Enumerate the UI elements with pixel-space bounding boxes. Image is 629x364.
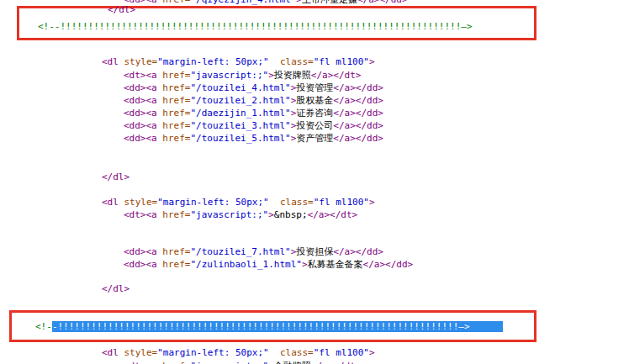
code-token-tag: <dd><a <box>124 95 162 106</box>
code-line: <dd><a href="/touzilei_5.html">资产管理</a><… <box>124 133 383 144</box>
code-line: </dl> <box>102 171 130 182</box>
code-token-tag: </a></dt> <box>311 361 362 364</box>
code-token-tag: <dt><a <box>124 209 162 220</box>
code-token-txt: &nbsp; <box>274 209 308 220</box>
code-token-tag: <dt><a <box>124 70 162 81</box>
code-line: <dd><a href="/touzilei_3.html">投资公司</a><… <box>124 120 383 131</box>
selected-text: -!!!!!!!!!!!!!!!!!!!!!!!!!!!!!!!!!!!!!!!… <box>52 321 503 332</box>
code-token-tag: > <box>268 361 274 364</box>
code-line: <dl style="margin-left: 50px;" class="fl… <box>102 56 375 67</box>
code-token-tag: <dl <box>102 347 124 358</box>
code-token-tag: </a></dd> <box>333 108 383 119</box>
code-token-val: "margin-left: 50px;" <box>157 197 268 208</box>
code-token-tag: </dl> <box>102 171 130 182</box>
code-token-attr: href= <box>162 0 190 5</box>
code-token-tag: </a></dt> <box>308 209 358 220</box>
code-line: <dt><a href="javascript:;">投资牌照</a></dt> <box>124 70 361 81</box>
code-token-attr: href= <box>162 246 190 257</box>
code-line: <dt><a href="javascript:;">&nbsp;</a></d… <box>124 209 357 220</box>
code-token-tag: > <box>268 209 274 220</box>
code-token-tag: <dt><a <box>124 361 162 364</box>
code-token-txt: 投资公司 <box>296 120 333 131</box>
code-token-val: "/daezijin_1.html" <box>190 108 290 119</box>
code-token-tag: > <box>268 70 274 81</box>
code-token-attr: href= <box>162 209 190 220</box>
code-token-tag: > <box>369 56 375 67</box>
code-token-val: "/qiyezijin_4.html" <box>190 0 296 5</box>
code-token-attr: class= <box>280 56 314 67</box>
code-token-txt: 投资担保 <box>296 246 333 257</box>
code-token-attr: href= <box>162 361 190 364</box>
code-token-tag: <dd><a <box>124 120 162 131</box>
code-line: <dd><a href="/daezijin_1.html">证券咨询</a><… <box>124 108 383 119</box>
code-token-tag: <dl <box>102 56 124 67</box>
code-line: <!--!!!!!!!!!!!!!!!!!!!!!!!!!!!!!!!!!!!!… <box>38 21 473 32</box>
code-token-txt: 上市冲量定赚 <box>302 0 357 5</box>
code-token-val: "fl ml100" <box>314 56 369 67</box>
code-token-val: "/touzilei_2.html" <box>190 95 290 106</box>
code-token-attr: href= <box>162 95 190 106</box>
code-token-tag: </a></dd> <box>357 0 408 5</box>
code-token-tag: > <box>302 259 308 270</box>
code-token-txt: 金融牌照 <box>274 361 311 364</box>
code-token-tag: </a></dd> <box>333 82 383 93</box>
code-token-val: "javascript:;" <box>190 209 268 220</box>
code-token-attr: style= <box>124 197 158 208</box>
code-token-attr: class= <box>280 197 314 208</box>
code-token-attr: class= <box>280 347 314 358</box>
code-token-tag: <dd><a <box>124 133 162 144</box>
code-token-tag: <dd><a <box>124 82 162 93</box>
code-token-tag: </a></dt> <box>311 70 362 81</box>
code-token-val: "fl ml100" <box>314 347 369 358</box>
code-line: <dl style="margin-left: 50px;" class="fl… <box>102 347 375 358</box>
code-token-attr: href= <box>162 70 190 81</box>
code-token-val: "/zulinbaoli_1.html" <box>190 259 301 270</box>
code-token-val: "/touzilei_3.html" <box>190 120 290 131</box>
code-token-attr: style= <box>124 347 158 358</box>
code-token-attr: href= <box>162 133 190 144</box>
code-token-tag: </a></dd> <box>363 259 414 270</box>
code-token-txt <box>269 347 280 358</box>
code-token-tag: <dd><a <box>124 259 162 270</box>
html-source-view: <dd><a href="/qiyezijin_4.html">上市冲量定赚</… <box>0 0 629 364</box>
code-token-attr: href= <box>162 108 190 119</box>
code-token-comment: <!- <box>35 321 52 332</box>
code-token-tag: > <box>369 347 375 358</box>
code-token-tag: </a></dd> <box>333 246 383 257</box>
code-token-attr: href= <box>162 120 190 131</box>
code-token-tag: </a></dd> <box>333 120 383 131</box>
code-line: <!--!!!!!!!!!!!!!!!!!!!!!!!!!!!!!!!!!!!!… <box>35 321 503 332</box>
code-token-val: "/touzilei_7.html" <box>190 246 290 257</box>
code-token-val: "margin-left: 50px;" <box>157 56 268 67</box>
code-token-txt: 股权基金 <box>296 95 333 106</box>
code-token-txt: 投资牌照 <box>274 70 311 81</box>
code-token-tag: </a></dd> <box>333 133 383 144</box>
code-token-tag: <dd><a <box>124 246 162 257</box>
code-line: <dd><a href="/touzilei_2.html">股权基金</a><… <box>124 95 383 106</box>
code-token-val: "javascript:;" <box>190 70 268 81</box>
code-token-tag: </dl> <box>102 283 130 294</box>
code-token-val: "/touzilei_5.html" <box>190 133 290 144</box>
code-line: <dt><a href="javascript:;">金融牌照</a></dt> <box>124 361 361 364</box>
code-line: <dd><a href="/zulinbaoli_1.html">私募基金备案<… <box>124 259 413 270</box>
code-line: <dd><a href="/qiyezijin_4.html">上市冲量定赚</… <box>124 0 408 5</box>
code-line: </dl> <box>108 4 135 15</box>
code-token-attr: href= <box>162 259 190 270</box>
code-token-tag: > <box>369 197 375 208</box>
code-token-tag: <dl <box>102 197 124 208</box>
code-line: <dd><a href="/touzilei_7.html">投资担保</a><… <box>124 246 383 257</box>
code-token-txt: 资产管理 <box>296 133 333 144</box>
code-token-val: "/touzilei_4.html" <box>190 82 290 93</box>
code-token-val: "javascript:;" <box>190 361 268 364</box>
code-token-tag: <dd><a <box>124 108 162 119</box>
code-token-txt: 证券咨询 <box>296 108 333 119</box>
code-token-tag: </a></dd> <box>333 95 383 106</box>
code-line: <dd><a href="/touzilei_4.html">投资管理</a><… <box>124 82 383 93</box>
code-token-val: "fl ml100" <box>314 197 369 208</box>
code-token-tag: </dl> <box>108 4 135 15</box>
code-token-val: "margin-left: 50px;" <box>157 347 268 358</box>
code-token-tag: > <box>296 0 302 5</box>
code-line: </dl> <box>102 283 130 294</box>
code-token-txt <box>269 56 280 67</box>
code-line: <dl style="margin-left: 50px;" class="fl… <box>102 197 375 208</box>
